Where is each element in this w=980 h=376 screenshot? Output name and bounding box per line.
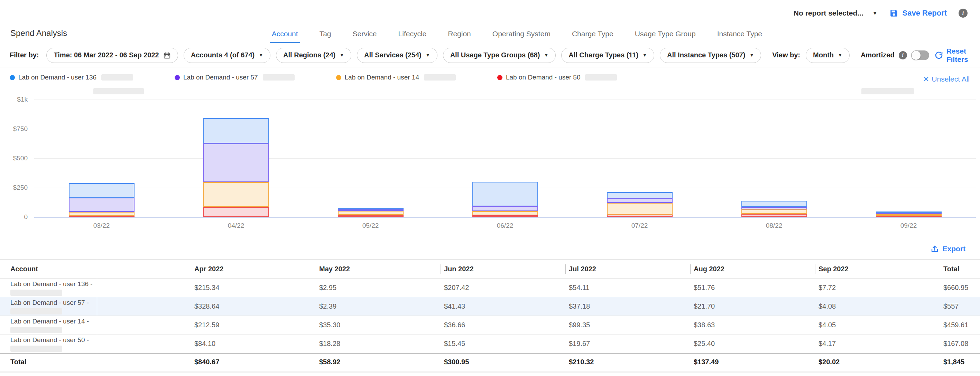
tab-instance-type[interactable]: Instance Type xyxy=(717,30,762,43)
value-cell: $41.43 xyxy=(441,297,565,316)
stacked-bar-08-22[interactable] xyxy=(741,201,807,217)
redacted-text xyxy=(263,74,294,81)
stacked-bar-09-22[interactable] xyxy=(876,211,942,217)
bar-segment-57[interactable] xyxy=(473,206,538,211)
bar-segment-14[interactable] xyxy=(607,203,673,214)
value-cell: $25.40 xyxy=(690,335,815,353)
bar-segment-57[interactable] xyxy=(741,207,807,209)
bar-segment-50[interactable] xyxy=(607,214,673,217)
filter-pill-time[interactable]: Time: 06 Mar 2022 - 06 Sep 2022 xyxy=(46,48,178,63)
legend-label: Lab on Demand - user 14 xyxy=(345,74,419,81)
bar-segment-57[interactable] xyxy=(203,143,269,182)
reset-filters-button[interactable]: Reset Filters xyxy=(935,47,970,63)
total-label-cell: Total xyxy=(0,353,97,371)
stacked-bar-04-22[interactable] xyxy=(203,118,269,217)
total-value-cell: $137.49 xyxy=(690,353,815,371)
info-icon[interactable]: i xyxy=(899,51,907,59)
filter-pills: Time: 06 Mar 2022 - 06 Sep 2022Accounts … xyxy=(46,48,761,63)
tab-charge-type[interactable]: Charge Type xyxy=(572,30,613,43)
redacted-text xyxy=(10,290,62,296)
bar-segment-14[interactable] xyxy=(69,212,135,216)
legend-item-50[interactable]: Lab on Demand - user 50 xyxy=(497,74,617,81)
tab-usage-type-group[interactable]: Usage Type Group xyxy=(635,30,696,43)
legend-label: Lab on Demand - user 57 xyxy=(183,74,258,81)
column-header-jul-2022: Jul 2022 xyxy=(565,260,690,279)
info-icon[interactable]: i xyxy=(959,9,967,17)
x-axis-label: 07/22 xyxy=(572,222,707,230)
filter-pill-label: All Regions (24) xyxy=(283,51,336,59)
amortized-toggle[interactable] xyxy=(911,51,929,60)
x-axis-label: 09/22 xyxy=(842,222,976,230)
tab-tag[interactable]: Tag xyxy=(320,30,331,43)
stacked-bar-05-22[interactable] xyxy=(338,208,404,217)
value-cell: $328.64 xyxy=(191,297,316,316)
value-cell: $38.63 xyxy=(690,316,815,335)
table-row: Lab on Demand - user 136 -$215.34$2.95$2… xyxy=(0,279,980,297)
bar-segment-14[interactable] xyxy=(741,209,807,214)
table-row: Lab on Demand - user 14 -$212.59$35.30$3… xyxy=(0,316,980,335)
bar-segment-136[interactable] xyxy=(607,192,673,198)
value-cell: $84.10 xyxy=(191,335,316,353)
save-report-button[interactable]: Save Report xyxy=(889,9,947,17)
filter-pill-all[interactable]: All Usage Type Groups (68)▼ xyxy=(443,48,556,63)
redacted-text xyxy=(10,346,62,352)
export-button[interactable]: Export xyxy=(931,245,966,253)
column-header-aug-2022: Aug 2022 xyxy=(690,260,815,279)
bar-segment-50[interactable] xyxy=(69,216,135,217)
column-header-total: Total xyxy=(940,260,980,279)
value-cell: $660.95 xyxy=(940,279,980,297)
bar-segment-14[interactable] xyxy=(473,211,538,215)
tab-lifecycle[interactable]: Lifecycle xyxy=(398,30,427,43)
tab-account[interactable]: Account xyxy=(272,30,298,43)
bar-segment-50[interactable] xyxy=(473,215,538,217)
amortized-label: Amortized xyxy=(861,51,894,59)
x-axis-label: 08/22 xyxy=(707,222,842,230)
legend-item-57[interactable]: Lab on Demand - user 57 xyxy=(175,74,294,81)
tab-region[interactable]: Region xyxy=(448,30,471,43)
legend-label: Lab on Demand - user 50 xyxy=(506,74,580,81)
filter-pill-all[interactable]: All Instance Types (507)▼ xyxy=(660,48,761,63)
tab-service[interactable]: Service xyxy=(353,30,377,43)
bar-segment-14[interactable] xyxy=(203,182,269,207)
reset-filters-label: Reset Filters xyxy=(947,47,970,63)
filter-pill-label: Accounts 4 (of 674) xyxy=(191,51,255,59)
page-title: Spend Analysis xyxy=(10,29,67,43)
bar-slot-06-22 xyxy=(438,100,572,217)
bar-segment-136[interactable] xyxy=(69,183,135,198)
value-cell: $2.95 xyxy=(316,279,441,297)
refresh-icon xyxy=(935,51,943,59)
bar-segment-57[interactable] xyxy=(607,198,673,203)
unselect-all-button[interactable]: ✕ Unselect All xyxy=(923,75,970,83)
filter-pill-accounts[interactable]: Accounts 4 (of 674)▼ xyxy=(184,48,270,63)
bar-segment-14[interactable] xyxy=(338,211,404,215)
table-row: Lab on Demand - user 50 -$84.10$18.28$15… xyxy=(0,335,980,353)
stacked-bar-07-22[interactable] xyxy=(607,192,673,217)
bar-segment-50[interactable] xyxy=(203,207,269,217)
bar-segment-57[interactable] xyxy=(69,198,135,212)
filter-bar: Filter by: Time: 06 Mar 2022 - 06 Sep 20… xyxy=(0,43,980,67)
total-value-cell: $58.92 xyxy=(316,353,441,371)
bar-segment-50[interactable] xyxy=(876,216,942,217)
filter-pill-all[interactable]: All Charge Types (11)▼ xyxy=(561,48,654,63)
filter-pill-all[interactable]: All Services (254)▼ xyxy=(357,48,438,63)
export-row: Export xyxy=(0,238,980,259)
value-cell: $36.66 xyxy=(441,316,565,335)
spacer-cell xyxy=(97,353,191,371)
report-selector-dropdown[interactable]: No report selected... ▼ xyxy=(794,9,878,17)
total-value-cell: $300.95 xyxy=(441,353,565,371)
bar-segment-136[interactable] xyxy=(741,201,807,207)
legend-item-136[interactable]: Lab on Demand - user 136 xyxy=(10,74,133,81)
filter-pill-all[interactable]: All Regions (24)▼ xyxy=(276,48,352,63)
page-background-strip xyxy=(0,371,980,373)
value-cell: $37.18 xyxy=(565,297,690,316)
bar-segment-136[interactable] xyxy=(473,182,538,206)
view-by-dropdown[interactable]: Month ▼ xyxy=(806,48,850,63)
value-cell: $4.05 xyxy=(815,316,940,335)
stacked-bar-03-22[interactable] xyxy=(69,183,135,217)
bar-segment-50[interactable] xyxy=(338,215,404,217)
bar-segment-50[interactable] xyxy=(741,214,807,217)
stacked-bar-06-22[interactable] xyxy=(473,182,538,217)
tab-operating-system[interactable]: Operating System xyxy=(492,30,550,43)
bar-segment-136[interactable] xyxy=(203,118,269,143)
legend-item-14[interactable]: Lab on Demand - user 14 xyxy=(336,74,456,81)
